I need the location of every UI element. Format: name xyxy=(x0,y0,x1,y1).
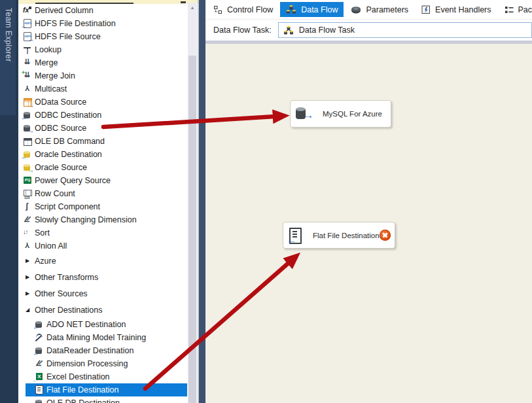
tab-control-flow[interactable]: + Control Flow xyxy=(207,3,279,17)
tab-package-explorer[interactable]: Package Explorer xyxy=(499,3,532,17)
toolbox-item-ole-db-command[interactable]: OLE DB Command xyxy=(18,135,199,148)
toolbox-item-oracle-destination[interactable]: Oracle Destination xyxy=(18,148,199,161)
odbc-destination-icon xyxy=(23,111,32,120)
toolbox-item-excel-destination[interactable]: X Excel Destination xyxy=(18,370,199,383)
multicast-icon xyxy=(23,84,32,94)
toolbox-item-ado-net-destination[interactable]: ADO NET Destination xyxy=(18,318,199,331)
vertical-tab-team-explorer[interactable]: Team Explorer xyxy=(0,0,16,115)
node-mysql-for-azure[interactable]: MySQL For Azure xyxy=(290,100,391,128)
toolbox-item-datareader-destination[interactable]: DataReader Destination xyxy=(18,344,199,357)
data-flow-task-bar: Data Flow Task: Data Flow Task xyxy=(205,20,532,41)
excel-destination-icon: X xyxy=(35,372,44,381)
data-flow-icon xyxy=(286,5,296,14)
tab-label: Package Explorer xyxy=(518,5,532,14)
toolbox-item-odata-source[interactable]: OData Source xyxy=(18,96,199,109)
ssis-designer-window: ution Explorer Team Explorer fx Derived … xyxy=(0,0,532,403)
left-arrow-glyph xyxy=(23,150,32,159)
data-flow-task-combobox[interactable]: Data Flow Task xyxy=(278,22,532,38)
toolbox-item-flat-file-destination-selected[interactable]: Flat File Destination xyxy=(26,383,187,396)
tab-event-handlers[interactable]: Event Handlers xyxy=(416,3,497,17)
slowly-changing-dimension-icon xyxy=(23,215,32,224)
error-badge[interactable] xyxy=(380,230,391,241)
toolbox-item-hdfs-file-destination[interactable]: HDFS HDFS File Destination xyxy=(18,17,199,30)
hdfs-file-source-icon: HDFS xyxy=(23,32,32,41)
toolbox-scrollbar[interactable]: ▲ xyxy=(188,3,197,403)
toolbox-item-slowly-changing-dimension[interactable]: Slowly Changing Dimension xyxy=(18,213,199,226)
toolbox-group-other-transforms[interactable]: ▶ Other Transforms xyxy=(18,269,199,285)
hdfs-file-destination-icon: HDFS xyxy=(23,19,32,28)
svg-text:+: + xyxy=(215,9,217,14)
designer-pane: + Control Flow Data Flow P xyxy=(205,0,532,403)
left-arrow-glyph xyxy=(35,385,44,394)
odbc-source-icon xyxy=(23,124,32,133)
left-arrow-glyph xyxy=(23,111,32,120)
toolbox-item-merge-join[interactable]: Merge Join xyxy=(18,69,199,82)
toolbox-item-derived-column[interactable]: fx Derived Column xyxy=(18,4,199,17)
panel-divider xyxy=(198,0,205,403)
script-component-icon xyxy=(23,202,32,211)
scrollbar-up-arrow[interactable]: ▲ xyxy=(188,3,197,10)
toolbox-item-oracle-source[interactable]: Oracle Source xyxy=(18,161,199,174)
expanded-triangle-icon: ◢ xyxy=(26,307,31,313)
package-explorer-icon xyxy=(505,5,514,14)
collapsed-triangle-icon: ▶ xyxy=(26,274,31,280)
toolbox-item-odbc-source[interactable]: ODBC Source xyxy=(18,122,199,135)
left-dock-rail: ution Explorer Team Explorer xyxy=(0,0,18,403)
left-arrow-glyph xyxy=(287,235,296,245)
tab-parameters[interactable]: Parameters xyxy=(345,3,414,17)
right-arrow-glyph xyxy=(304,110,313,120)
ado-net-destination-icon xyxy=(35,320,44,329)
toolbox-clipped-row xyxy=(18,0,199,4)
oracle-destination-icon xyxy=(23,150,32,159)
right-arrow-glyph xyxy=(23,124,32,133)
toolbox-item-multicast[interactable]: Multicast xyxy=(18,82,199,96)
toolbox-item-row-count[interactable]: 123 Row Count xyxy=(18,187,199,200)
ole-db-destination-icon xyxy=(35,398,44,403)
tab-data-flow[interactable]: Data Flow xyxy=(280,2,344,17)
toolbox-item-union-all[interactable]: Union All xyxy=(18,239,199,253)
left-arrow-glyph xyxy=(35,320,44,329)
task-selector-label: Data Flow Task: xyxy=(213,26,272,35)
toolbox-item-dimension-processing[interactable]: Dimension Processing xyxy=(18,357,199,370)
odata-source-icon xyxy=(23,97,32,107)
designer-tab-bar: + Control Flow Data Flow P xyxy=(205,0,532,20)
flat-file-document-icon xyxy=(289,228,306,243)
node-label: Flat File Destination xyxy=(313,232,380,239)
toolbox-item-ole-db-destination[interactable]: OLE DB Destination xyxy=(18,396,199,403)
event-handlers-icon xyxy=(421,5,431,14)
control-flow-icon: + xyxy=(213,5,222,14)
toolbox-item-sort[interactable]: Sort xyxy=(18,226,199,239)
tab-label: Data Flow xyxy=(301,5,338,14)
right-arrow-glyph xyxy=(23,163,32,172)
left-arrow-glyph xyxy=(35,346,44,355)
tab-label: Control Flow xyxy=(227,5,273,14)
sort-icon xyxy=(23,228,32,237)
toolbox-group-azure[interactable]: ▶ Azure xyxy=(18,253,199,269)
toolbox-item-odbc-destination[interactable]: ODBC Destination xyxy=(18,109,199,122)
right-arrow-glyph xyxy=(23,97,32,107)
toolbox-item-lookup[interactable]: Lookup xyxy=(18,43,199,56)
node-flat-file-destination[interactable]: Flat File Destination xyxy=(283,222,395,249)
parameters-icon xyxy=(351,5,361,14)
toolbox-item-hdfs-file-source[interactable]: HDFS HDFS File Source xyxy=(18,30,199,43)
ssis-toolbox: fx Derived Column HDFS HDFS File Destina… xyxy=(18,0,199,403)
toolbox-group-other-sources[interactable]: ▶ Other Sources xyxy=(18,285,199,302)
toolbox-group-other-destinations[interactable]: ◢ Other Destinations xyxy=(18,302,199,318)
vertical-tab-label: Team Explorer xyxy=(0,8,13,62)
node-label: MySQL For Azure xyxy=(323,110,382,118)
toolbox-item-data-mining-model-training[interactable]: Data Mining Model Training xyxy=(18,331,199,344)
merge-join-icon xyxy=(23,71,32,80)
power-query-source-icon: PQ xyxy=(23,176,32,185)
scrollbar-thumb[interactable] xyxy=(188,56,196,403)
tab-label: Event Handlers xyxy=(435,5,491,14)
left-arrow-glyph xyxy=(35,398,44,403)
right-arrow-glyph xyxy=(23,32,32,41)
data-flow-task-icon xyxy=(283,26,294,35)
flat-file-destination-icon xyxy=(35,385,44,394)
collapsed-triangle-icon: ▶ xyxy=(26,290,31,296)
toolbox-item-power-query-source[interactable]: PQ Power Query Source xyxy=(18,174,199,187)
toolbox-item-merge[interactable]: Merge xyxy=(18,56,199,69)
toolbox-item-script-component[interactable]: Script Component xyxy=(18,200,199,213)
left-arrow-glyph xyxy=(23,19,32,28)
datareader-destination-icon xyxy=(35,346,44,355)
